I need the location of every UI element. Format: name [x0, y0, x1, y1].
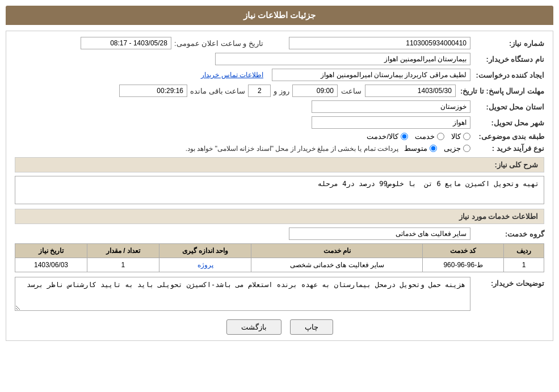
city-row: شهر محل تحویل: اهواز: [15, 116, 544, 129]
buyer-desc-label: توضیحات خریدار:: [470, 277, 544, 288]
province-label: استان محل تحویل:: [470, 103, 544, 111]
process-label: نوع فرآیند خرید :: [470, 144, 544, 153]
process-radio-group: جزیی متوسط: [404, 144, 470, 153]
process-label-motavasset: متوسط: [404, 144, 427, 153]
creator-row: ایجاد کننده درخواست: لطیف مراقی کاربرداز…: [15, 69, 544, 81]
back-button[interactable]: بازگشت: [226, 319, 281, 335]
process-radio-jozi[interactable]: [463, 145, 470, 152]
table-header-code: کد خدمت: [423, 244, 504, 258]
table-cell-code: ط-96-96-960: [423, 258, 504, 272]
table-header-name: نام خدمت: [251, 244, 423, 258]
page-title: جزئیات اطلاعات نیاز: [243, 10, 316, 20]
category-label-kala-khedmat: کالا/خدمت: [367, 132, 398, 141]
category-option-1: کالا: [451, 132, 470, 141]
send-date-row: مهلت ارسال پاسخ: تا تاریخ: 1403/05/30 سا…: [15, 85, 544, 97]
buyer-desc-textarea[interactable]: [15, 277, 470, 311]
category-option-3: کالا/خدمت: [367, 132, 408, 141]
announce-datetime-value: 1403/05/28 - 08:17: [81, 37, 171, 49]
process-option-motavasset: متوسط: [404, 144, 437, 153]
province-value: خوزستان: [312, 100, 470, 113]
buyer-label: نام دستگاه خریدار:: [470, 55, 544, 64]
table-header-qty: تعداد / مقدار: [87, 244, 159, 258]
table-header-unit: واحد اندازه گیری: [159, 244, 251, 258]
table-cell-quantity: 1: [87, 258, 159, 272]
services-table: ردیف کد خدمت نام خدمت واحد اندازه گیری ت…: [15, 243, 544, 272]
table-row: 1ط-96-96-960سایر فعالیت های خدماتی شخصیپ…: [15, 258, 544, 272]
send-remain-label: ساعت باقی مانده: [190, 87, 245, 95]
main-content: شماره نیاز: 1103005934000410 تاریخ و ساع…: [6, 31, 553, 341]
need-number-row: شماره نیاز: 1103005934000410 تاریخ و ساع…: [15, 37, 544, 49]
category-label: طبقه بندی موضوعی:: [470, 132, 544, 141]
description-section-title: شرح کلی نیاز:: [494, 161, 538, 169]
table-header-date: تاریخ نیاز: [15, 244, 87, 258]
send-remain-value: 00:29:16: [119, 85, 187, 97]
category-radio-khedmat[interactable]: [437, 133, 444, 140]
buyer-row: نام دستگاه خریدار: بیمارستان امیرالمومنی…: [15, 53, 544, 65]
table-cell-date: 1403/06/03: [15, 258, 87, 272]
need-number-value: 1103005934000410: [289, 37, 470, 49]
process-note: پرداخت تمام یا بخشی از مبلغ خریدار از مح…: [186, 145, 398, 153]
announce-datetime-label: تاریخ و ساعت اعلان عمومی:: [174, 39, 263, 48]
service-group-row: گروه خدمت: سایر فعالیت های خدماتی: [15, 227, 544, 240]
category-option-2: خدمت: [415, 132, 444, 141]
services-section-title: اطلاعات خدمات مورد نیاز: [459, 212, 538, 221]
buttons-row: چاپ بازگشت: [15, 319, 544, 335]
category-radio-kala-khedmat[interactable]: [401, 133, 408, 140]
buyer-value: بیمارستان امیرالمومنین اهواز: [215, 53, 470, 65]
category-radio-kala[interactable]: [463, 133, 470, 140]
process-option-jozi: جزیی: [444, 144, 470, 153]
services-section-header: اطلاعات خدمات مورد نیاز: [15, 209, 544, 224]
contact-link[interactable]: اطلاعات تماس خریدار: [201, 71, 263, 79]
page-wrapper: جزئیات اطلاعات نیاز شماره نیاز: 11030059…: [0, 0, 559, 392]
table-cell-unit: پروژه: [159, 258, 251, 272]
need-number-label: شماره نیاز:: [470, 39, 544, 48]
creator-label: ایجاد کننده درخواست:: [470, 71, 544, 79]
process-row: نوع فرآیند خرید : جزیی متوسط پرداخت تمام…: [15, 144, 544, 153]
description-row: [15, 176, 544, 204]
category-label-khedmat: خدمت: [415, 132, 435, 141]
process-label-jozi: جزیی: [444, 144, 461, 153]
table-cell-row: 1: [504, 258, 544, 272]
page-header: جزئیات اطلاعات نیاز: [6, 6, 553, 25]
description-textarea[interactable]: [15, 176, 544, 204]
send-date-label: مهلت ارسال پاسخ: تا تاریخ:: [456, 87, 544, 95]
send-days-value: 2: [248, 85, 271, 97]
print-button[interactable]: چاپ: [290, 319, 333, 335]
service-group-value: سایر فعالیت های خدماتی: [289, 227, 470, 240]
table-cell-name: سایر فعالیت های خدماتی شخصی: [251, 258, 423, 272]
process-radio-motavasset[interactable]: [430, 145, 437, 152]
category-radio-group: کالا خدمت کالا/خدمت: [367, 132, 470, 141]
creator-value: لطیف مراقی کاربرداز بیمارستان امیرالمومن…: [272, 69, 470, 81]
city-label: شهر محل تحویل:: [470, 119, 544, 127]
category-label-kala: کالا: [451, 132, 461, 141]
buyer-desc-row: توضیحات خریدار:: [15, 277, 544, 311]
service-group-label: گروه خدمت:: [470, 230, 544, 238]
category-row: طبقه بندی موضوعی: کالا خدمت کالا/خدمت: [15, 132, 544, 141]
description-section-header: شرح کلی نیاز:: [15, 157, 544, 172]
send-time-value: 09:00: [292, 85, 338, 97]
table-header-row: ردیف: [504, 244, 544, 258]
send-time-label: ساعت: [341, 87, 362, 95]
province-row: استان محل تحویل: خوزستان: [15, 100, 544, 113]
send-days-label: روز و: [274, 87, 289, 95]
send-date-value: 1403/05/30: [365, 85, 456, 97]
city-value: اهواز: [312, 116, 470, 129]
